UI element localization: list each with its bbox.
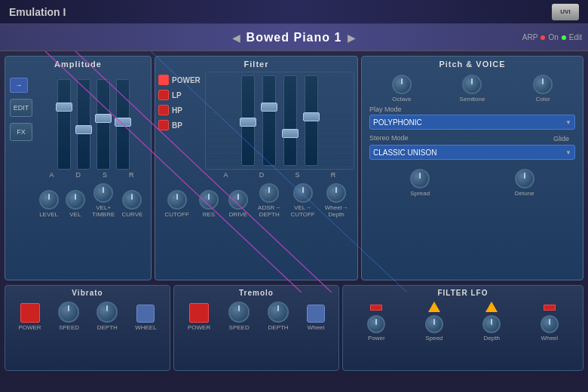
amp-slider-a[interactable] <box>57 79 71 170</box>
tremolo-depth-knob[interactable] <box>268 302 289 323</box>
octave-knob-container: Octave <box>392 75 412 103</box>
tremolo-power-button[interactable] <box>189 303 209 323</box>
vel-cutoff-knob[interactable] <box>293 183 313 203</box>
vibrato-depth-knob[interactable] <box>96 302 118 323</box>
arp-label: ARP <box>522 33 538 41</box>
play-mode-dropdown[interactable]: POLYPHONIC ▼ <box>369 115 575 130</box>
lfo-depth-label: Depth <box>484 335 500 341</box>
lfo-depth-knob[interactable] <box>482 315 501 333</box>
preset-bar: ◀ Bowed Piano 1 ▶ ARP On Edit <box>0 24 588 51</box>
amp-d-label: D <box>75 171 81 179</box>
filter-slider-s[interactable] <box>283 75 297 166</box>
vibrato-depth-label: DEPTH <box>97 324 118 331</box>
filter-slider-r[interactable] <box>305 75 318 166</box>
detune-knob-container: Detune <box>515 169 534 197</box>
lfo-speed-knob[interactable] <box>425 315 443 333</box>
arp-edit-label[interactable]: Edit <box>569 33 582 41</box>
uvi-logo: UVI <box>552 4 579 20</box>
filter-d-label: D <box>259 171 265 179</box>
amp-slider-d[interactable] <box>77 79 90 170</box>
detune-label: Detune <box>515 190 534 197</box>
vibrato-wheel-container: WHEEL <box>135 305 156 331</box>
vel-cutoff-label: VEL→CUTOFF <box>290 204 314 218</box>
stereo-mode-label: Stereo Mode <box>369 134 409 142</box>
color-knob[interactable] <box>533 75 553 94</box>
adsr-depth-label: ADSR→DEPTH <box>258 204 280 218</box>
lfo-speed-container: Speed <box>425 302 443 341</box>
tremolo-speed-knob[interactable] <box>228 302 250 323</box>
amplitude-title: Amplitude <box>8 60 148 69</box>
res-knob[interactable] <box>199 190 219 210</box>
stereo-mode-dropdown[interactable]: CLASSIC UNISON ▼ <box>369 145 575 160</box>
amp-slider-r[interactable] <box>116 79 130 170</box>
lfo-wheel-led <box>544 305 556 311</box>
vel-timbre-label: VEL+TIMBRE <box>92 204 115 218</box>
main-content: Amplitude → EDIT FX <box>0 51 588 285</box>
lfo-depth-triangle-icon <box>485 302 498 312</box>
play-mode-label: Play Mode <box>369 106 575 113</box>
preset-next-button[interactable]: ▶ <box>341 32 362 44</box>
header: Emulation I UVI <box>0 0 588 24</box>
drive-knob[interactable] <box>228 190 248 210</box>
filter-slider-a[interactable] <box>241 75 255 166</box>
res-knob-container: RES <box>199 190 219 218</box>
vel-timbre-knob[interactable] <box>93 183 113 203</box>
drive-label: DRIVE <box>229 211 247 218</box>
vel-knob-label: VEL <box>69 211 81 218</box>
vibrato-wheel-label: WHEEL <box>135 324 156 331</box>
arp-on-label[interactable]: On <box>548 33 558 41</box>
level-knob[interactable] <box>39 190 59 210</box>
filter-slider-d[interactable] <box>262 75 276 166</box>
curve-knob[interactable] <box>122 190 142 210</box>
filter-lp-led[interactable] <box>158 90 169 100</box>
lfo-wheel-knob[interactable] <box>541 315 559 333</box>
vel-knob[interactable] <box>66 190 85 210</box>
lfo-power-knob[interactable] <box>367 315 385 333</box>
arp-edit-led <box>562 35 566 40</box>
filter-s-label: S <box>296 171 300 179</box>
filter-bp-led[interactable] <box>158 120 169 130</box>
wheel-depth-label: Wheel→Depth <box>325 204 348 218</box>
filter-hp-led[interactable] <box>158 105 169 115</box>
tremolo-wheel-container: Wheel <box>307 305 325 331</box>
stereo-mode-arrow-icon: ▼ <box>565 149 571 156</box>
stereo-mode-value: CLASSIC UNISON <box>373 149 436 157</box>
tremolo-controls: POWER SPEED DEPTH Wheel <box>179 300 334 332</box>
stereo-glide-row: Stereo Mode Glide <box>365 133 580 145</box>
filter-bp-row: BP <box>158 120 201 130</box>
pitch-knobs-row: Octave Semitone Color <box>365 72 580 103</box>
adsr-depth-knob[interactable] <box>259 183 279 203</box>
cutoff-knob[interactable] <box>167 190 187 210</box>
wheel-depth-knob[interactable] <box>326 183 346 203</box>
vel-timbre-knob-container: VEL+TIMBRE <box>92 183 115 218</box>
vibrato-depth-container: DEPTH <box>96 302 118 331</box>
glide-label: Glide <box>553 135 575 142</box>
filter-sliders <box>205 72 354 170</box>
tremolo-title: Tremolo <box>179 289 334 297</box>
vibrato-wheel-button[interactable] <box>136 305 155 323</box>
stereo-section: CLASSIC UNISON ▼ <box>365 145 580 163</box>
preset-prev-button[interactable]: ◀ <box>226 32 247 44</box>
semitone-knob[interactable] <box>462 75 482 94</box>
arp-on-led <box>541 35 545 40</box>
octave-label: Octave <box>392 96 411 103</box>
spread-knob[interactable] <box>410 169 430 188</box>
filter-power-led[interactable] <box>158 75 169 85</box>
tremolo-speed-container: SPEED <box>228 302 250 331</box>
tremolo-depth-container: DEPTH <box>268 302 289 331</box>
spread-label: Spread <box>410 190 430 197</box>
vel-cutoff-knob-container: VEL→CUTOFF <box>290 183 314 218</box>
vibrato-power-button[interactable] <box>20 303 40 323</box>
filter-hp-row: HP <box>158 105 201 115</box>
tremolo-wheel-button[interactable] <box>307 305 325 323</box>
lfo-wheel-label: Wheel <box>541 335 558 341</box>
tremolo-wheel-label: Wheel <box>308 324 325 331</box>
detune-knob[interactable] <box>515 169 534 188</box>
vibrato-speed-knob[interactable] <box>58 302 79 323</box>
adsr-depth-knob-container: ADSR→DEPTH <box>258 183 280 218</box>
play-mode-value: POLYPHONIC <box>373 118 422 127</box>
octave-knob[interactable] <box>392 75 412 94</box>
filter-r-label: R <box>331 171 336 179</box>
filter-lp-label: LP <box>172 91 182 100</box>
amp-slider-s[interactable] <box>96 79 110 170</box>
